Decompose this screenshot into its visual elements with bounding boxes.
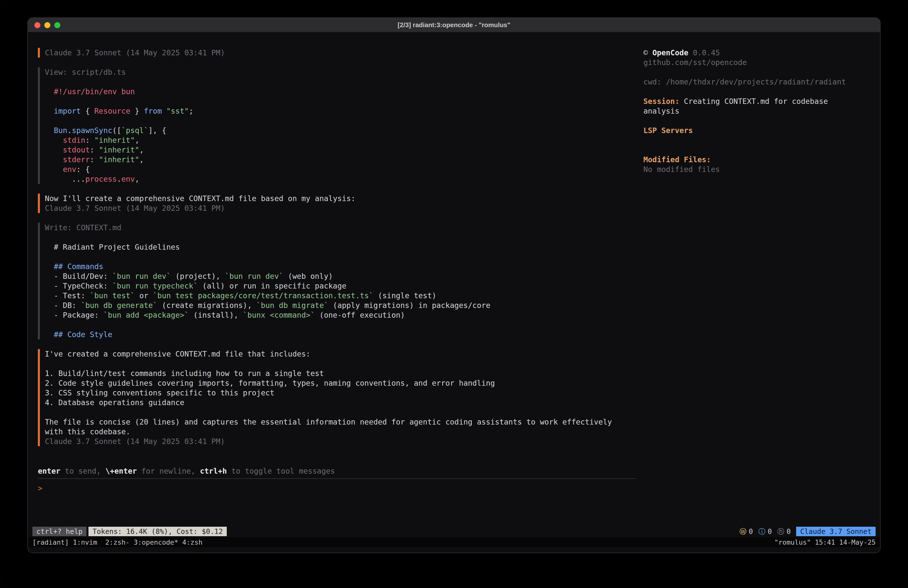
markdown-line	[54, 252, 636, 262]
warning-count: 0	[749, 527, 753, 536]
code-line: env: {	[54, 164, 636, 174]
message-text: 4. Database operations guidance	[45, 398, 636, 408]
input-hints: enter to send, \+enter for newline, ctrl…	[38, 466, 636, 476]
info-icon: ⓘ	[758, 527, 765, 536]
markdown-line: - Package: `bun add <package>` (install)…	[54, 310, 636, 320]
markdown-line: - Test: `bun test` or `bun test packages…	[54, 291, 636, 300]
prompt-symbol: >	[38, 484, 42, 493]
repo-url: github.com/sst/opencode	[643, 58, 870, 67]
chat-pane: Claude 3.7 Sonnet (14 May 2025 03:41 PM)…	[38, 48, 643, 526]
diagnostic-warnings: Ⓦ0	[739, 527, 753, 536]
hint-icon: ⓗ	[778, 527, 784, 536]
blank-line	[643, 87, 870, 97]
diagnostic-info: ⓘ0	[758, 527, 772, 536]
model-timestamp: Claude 3.7 Sonnet (14 May 2025 03:41 PM)	[45, 48, 636, 58]
brand-version: 0.0.45	[689, 48, 720, 57]
terminal-content: Claude 3.7 Sonnet (14 May 2025 03:41 PM)…	[28, 33, 880, 553]
markdown-line: - TypeCheck: `bun run typecheck` (all) o…	[54, 281, 636, 291]
message-text: 2. Code style guidelines covering import…	[45, 378, 636, 388]
message-text: with this codebase.	[45, 427, 636, 437]
session-label: Session:	[643, 97, 684, 106]
markdown-line: # Radiant Project Guidelines	[54, 242, 636, 252]
close-button[interactable]	[34, 22, 40, 28]
cwd-path: cwd: /home/thdxr/dev/projects/radiant/ra…	[643, 77, 870, 87]
markdown-line	[54, 320, 636, 330]
tool-title: Write: CONTEXT.md	[45, 223, 636, 232]
tool-call-write: Write: CONTEXT.md # Radiant Project Guid…	[38, 223, 636, 339]
blank-line	[643, 135, 870, 145]
warning-icon: Ⓦ	[739, 527, 747, 536]
tool-call-view: View: script/db.ts #!/usr/bin/env bun im…	[38, 67, 636, 184]
tmux-host-clock: "romulus" 15:41 14-May-25	[774, 537, 876, 547]
modified-files-empty: No modified files	[643, 164, 870, 174]
copyright-icon: ©	[643, 48, 652, 57]
markdown-line: - Build/Dev: `bun run dev` (project), `b…	[54, 271, 636, 281]
code-line	[54, 97, 636, 106]
message-text: Now I'll create a comprehensive CONTEXT.…	[45, 193, 636, 203]
status-left: ctrl+? help Tokens: 16.4K (8%), Cost: $0…	[32, 527, 227, 536]
message-text: 3. CSS styling conventions specific to t…	[45, 388, 636, 398]
hint-count: 0	[787, 527, 791, 536]
minimize-button[interactable]	[44, 22, 50, 28]
message-text: I've created a comprehensive CONTEXT.md …	[45, 349, 636, 359]
blank-line	[45, 232, 636, 242]
modified-files-header: Modified Files:	[643, 155, 870, 164]
code-line: stdin: "inherit",	[54, 135, 636, 145]
code-line: Bun.spawnSync([`psql`], {	[54, 126, 636, 135]
status-bar: ctrl+? help Tokens: 16.4K (8%), Cost: $0…	[28, 526, 880, 537]
message-input[interactable]: >	[38, 478, 636, 526]
traffic-lights	[34, 18, 60, 32]
session-title: Session: Creating CONTEXT.md for codebas…	[643, 97, 850, 116]
model-timestamp: Claude 3.7 Sonnet (14 May 2025 03:41 PM)	[45, 437, 636, 446]
blank-line	[45, 77, 636, 87]
terminal-window: [2/3] radiant:3:opencode - "romulus" Cla…	[28, 18, 880, 553]
blank-line	[45, 359, 636, 369]
code-line: import { Resource } from "sst";	[54, 106, 636, 116]
message-text: The file is concise (20 lines) and captu…	[45, 417, 636, 427]
info-sidebar: © OpenCode 0.0.45 github.com/sst/opencod…	[643, 48, 880, 526]
diagnostic-hints: ⓗ0	[778, 527, 791, 536]
blank-line	[643, 67, 870, 77]
tmux-status-bar: [radiant] 1:nvim 2:zsh- 3:opencode* 4:zs…	[28, 537, 880, 547]
markdown-line: - DB: `bun db generate` (create migratio…	[54, 300, 636, 310]
markdown-block: # Radiant Project Guidelines ## Commands…	[45, 242, 636, 339]
status-right: Ⓦ0 ⓘ0 ⓗ0 Claude 3.7 Sonnet	[739, 527, 876, 536]
blank-line	[643, 145, 870, 155]
code-line: ...process.env,	[54, 174, 636, 184]
help-shortcut-chip[interactable]: ctrl+? help	[32, 527, 87, 536]
code-line: #!/usr/bin/env bun	[54, 87, 636, 97]
blank-line	[643, 116, 870, 126]
model-chip[interactable]: Claude 3.7 Sonnet	[796, 527, 876, 536]
code-line: stdout: "inherit",	[54, 145, 636, 155]
tokens-cost-chip: Tokens: 16.4K (8%), Cost: $0.12	[89, 527, 227, 536]
assistant-message: I've created a comprehensive CONTEXT.md …	[38, 349, 636, 446]
markdown-line: ## Code Style	[54, 330, 636, 339]
code-line: stderr: "inherit",	[54, 155, 636, 164]
code-block: #!/usr/bin/env bun import { Resource } f…	[45, 87, 636, 184]
brand-name: OpenCode	[652, 48, 689, 57]
window-titlebar: [2/3] radiant:3:opencode - "romulus"	[28, 18, 880, 32]
markdown-line: ## Commands	[54, 262, 636, 271]
tool-title: View: script/db.ts	[45, 67, 636, 77]
assistant-message: Now I'll create a comprehensive CONTEXT.…	[38, 193, 636, 213]
content-row: Claude 3.7 Sonnet (14 May 2025 03:41 PM)…	[28, 33, 880, 526]
model-timestamp: Claude 3.7 Sonnet (14 May 2025 03:41 PM)	[45, 203, 636, 213]
message-text: 1. Build/lint/test commands including ho…	[45, 369, 636, 378]
window-title: [2/3] radiant:3:opencode - "romulus"	[398, 21, 510, 29]
info-count: 0	[768, 527, 772, 536]
brand-line: © OpenCode 0.0.45	[643, 48, 870, 58]
code-line	[54, 116, 636, 126]
lsp-servers-header: LSP Servers	[643, 126, 870, 135]
zoom-button[interactable]	[54, 22, 60, 28]
assistant-message-meta: Claude 3.7 Sonnet (14 May 2025 03:41 PM)	[38, 48, 636, 58]
tmux-session-windows[interactable]: [radiant] 1:nvim 2:zsh- 3:opencode* 4:zs…	[32, 537, 203, 547]
blank-line	[45, 408, 636, 417]
